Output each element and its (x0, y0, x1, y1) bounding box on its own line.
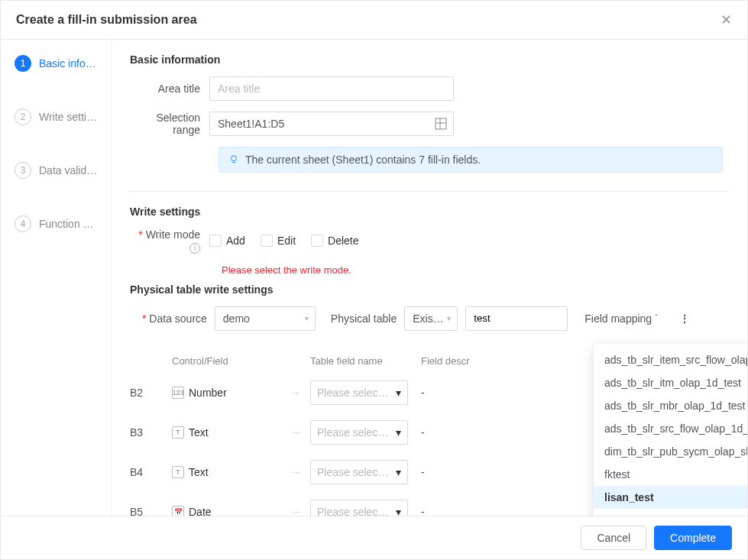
table-field-select[interactable]: Please selec…▾ (310, 420, 408, 445)
physical-table-label: Physical table (331, 312, 397, 325)
chevron-down-icon: ▾ (396, 506, 401, 516)
complete-button[interactable]: Complete (654, 526, 732, 550)
step-label: Function … (39, 218, 94, 230)
step-label: Basic info… (39, 57, 96, 70)
control-type: TText (172, 426, 290, 439)
type-icon: T (172, 426, 184, 439)
control-type: 123Number (172, 387, 290, 399)
more-icon[interactable]: ⋮ (679, 312, 690, 325)
step-function[interactable]: 4 Function … (15, 215, 103, 232)
cell-ref: B3 (130, 426, 172, 439)
chevron-down-icon: ▾ (396, 426, 401, 439)
arrow-right-icon: → (290, 426, 310, 439)
table-field-select[interactable]: Please selec…▾ (310, 380, 408, 405)
control-type: TText (172, 466, 290, 478)
step-label: Write setti… (39, 111, 97, 123)
info-banner: The current sheet (Sheet1) contains 7 fi… (219, 147, 723, 173)
type-icon: 123 (172, 387, 184, 399)
step-data-validation[interactable]: 3 Data valid… (15, 162, 103, 179)
checkbox-delete[interactable]: Delete (311, 235, 358, 247)
field-desc-value: - (421, 426, 532, 439)
step-write-settings[interactable]: 2 Write setti… (15, 108, 103, 125)
modal-title: Create a fill-in submission area (16, 13, 197, 27)
write-mode-label: Write modei (130, 228, 209, 254)
row-area-title: Area title (130, 76, 729, 101)
step-label: Data valid… (39, 164, 97, 176)
svg-rect-0 (436, 118, 446, 129)
row-selection-range: Selection range Sheet1!A1:D5 (130, 112, 729, 136)
cell-ref: B5 (130, 506, 172, 516)
col-field-name: Table field name (310, 355, 421, 367)
checkbox-add[interactable]: Add (209, 235, 245, 247)
selection-range-input[interactable]: Sheet1!A1:D5 (209, 112, 454, 136)
divider (130, 191, 729, 192)
table-field-select[interactable]: Please selec…▾ (310, 460, 408, 484)
field-desc-value: - (421, 387, 532, 399)
section-basic-info-title: Basic information (130, 53, 729, 66)
step-number: 3 (15, 162, 31, 179)
arrow-right-icon: → (290, 387, 310, 399)
chevron-down-icon: ▾ (305, 314, 309, 322)
cell-ref: B2 (130, 387, 172, 399)
modal-dialog: Create a fill-in submission area ✕ 1 Bas… (0, 0, 748, 560)
data-source-select[interactable]: demo ▾ (215, 306, 316, 331)
dropdown-item[interactable]: ads_tb_slr_itm_olap_1d_test (594, 371, 747, 394)
modal-header: Create a fill-in submission area ✕ (1, 1, 747, 40)
dropdown-item[interactable]: lisan_test (594, 486, 747, 509)
chevron-down-icon: ▾ (396, 466, 401, 478)
section-write-settings-title: Write settings (130, 206, 729, 218)
area-title-input[interactable] (209, 76, 454, 101)
step-basic-info[interactable]: 1 Basic info… (15, 55, 103, 72)
dropdown-item[interactable]: ads_tb_slr_src_flow_olap_1d_test (594, 417, 747, 440)
step-number: 1 (15, 55, 31, 72)
write-mode-error: Please select the write mode. (222, 264, 729, 276)
step-number: 4 (15, 215, 31, 232)
row-write-mode: Write modei Add Edit Delete (130, 228, 729, 254)
dropdown-item[interactable]: ads_tb_slr_mbr_olap_1d_test (594, 394, 747, 417)
write-mode-group: Add Edit Delete (209, 235, 359, 247)
dropdown-item[interactable]: fktest (594, 463, 747, 486)
type-icon: T (172, 466, 184, 478)
dropdown-item[interactable]: dim_tb_slr_pub_sycm_olap_shop_kpi_test (594, 440, 747, 463)
arrow-right-icon: → (290, 466, 310, 478)
banner-text: The current sheet (Sheet1) contains 7 fi… (245, 154, 481, 166)
selection-range-label: Selection range (130, 112, 209, 136)
physical-table-title: Physical table write settings (130, 283, 729, 296)
type-icon: 📅 (172, 506, 184, 516)
field-mapping-toggle[interactable]: Field mapping ˆ (584, 312, 657, 325)
arrow-right-icon: → (290, 506, 310, 516)
info-icon[interactable]: i (189, 243, 200, 254)
dropdown-item[interactable]: ads_tb_slr_item_src_flow_olap_1d_test (594, 348, 747, 371)
row-data-source: Data source demo ▾ Physical table Existi… (142, 306, 729, 331)
range-picker-icon[interactable] (435, 118, 447, 130)
cell-ref: B4 (130, 466, 172, 478)
field-desc-value: - (421, 466, 532, 478)
field-desc-value: - (421, 506, 532, 516)
col-control: Control/Field (172, 355, 290, 367)
selection-range-value: Sheet1!A1:D5 (218, 118, 284, 130)
chevron-down-icon: ▾ (447, 314, 451, 322)
chevron-down-icon: ▾ (396, 387, 401, 399)
table-field-select[interactable]: Please selec…▾ (310, 500, 408, 516)
physical-table-type-select[interactable]: Existi… ▾ (404, 306, 458, 331)
svg-point-3 (232, 156, 237, 161)
data-source-label: Data source (142, 312, 207, 325)
modal-body: 1 Basic info… 2 Write setti… 3 Data vali… (1, 40, 747, 516)
dropdown-item[interactable]: lisan_test1001 (594, 509, 747, 516)
bulb-icon (228, 154, 239, 165)
steps-sidebar: 1 Basic info… 2 Write setti… 3 Data vali… (1, 40, 112, 516)
area-title-label: Area title (130, 83, 209, 95)
cancel-button[interactable]: Cancel (581, 526, 646, 550)
modal-footer: Cancel Complete (1, 516, 747, 559)
col-field-desc: Field descr (421, 355, 532, 367)
checkbox-edit[interactable]: Edit (261, 235, 296, 247)
chevron-up-icon: ˆ (655, 314, 657, 322)
table-search-dropdown: ads_tb_slr_item_src_flow_olap_1d_testads… (594, 344, 747, 516)
main-content: Basic information Area title Selection r… (112, 40, 747, 516)
control-type: 📅Date (172, 506, 290, 516)
step-number: 2 (15, 108, 31, 125)
close-icon[interactable]: ✕ (720, 11, 732, 28)
physical-table-search-input[interactable] (465, 306, 568, 331)
